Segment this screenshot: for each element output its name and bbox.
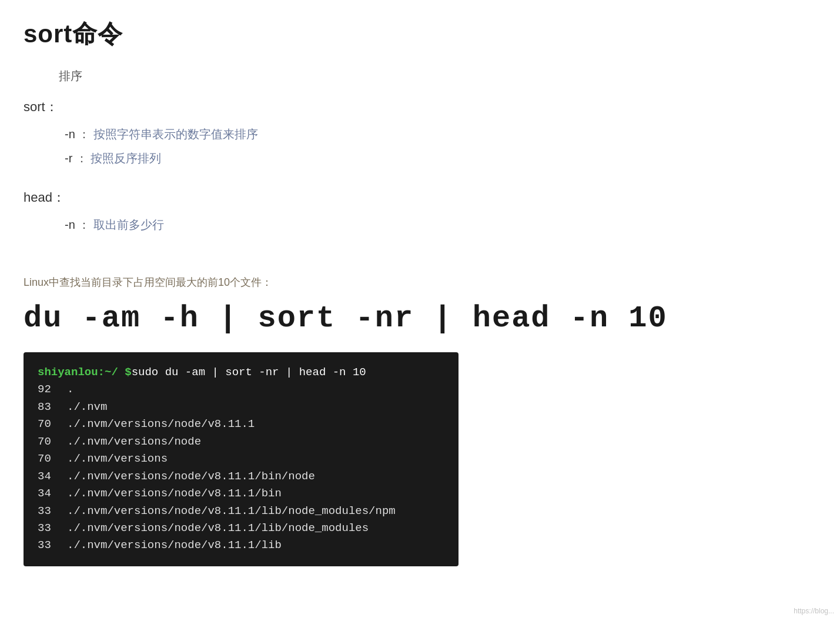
sort-option-n-key: -n: [65, 128, 75, 141]
table-row: 33 ./.nvm/versions/node/v8.11.1/lib/node…: [38, 503, 444, 520]
table-row: 70 ./.nvm/versions: [38, 450, 444, 468]
row-num: 33: [38, 503, 67, 520]
sort-option-n-sep: ：: [78, 128, 90, 141]
sort-option-r-key: -r: [65, 152, 72, 165]
terminal-command: sudo du -am | sort -nr | head -n 10: [132, 364, 366, 381]
table-row: 83 ./.nvm: [38, 399, 444, 416]
head-option-n-key: -n: [65, 218, 75, 231]
watermark: https://blog...: [794, 607, 834, 615]
row-path: .: [67, 381, 73, 398]
row-num: 83: [38, 399, 67, 416]
row-path: ./.nvm/versions/node/v8.11.1/lib: [67, 537, 282, 554]
terminal-prompt: shiyanlou:~/ $: [38, 364, 132, 381]
head-option-n-sep: ：: [78, 218, 90, 231]
row-path: ./.nvm/versions/node/v8.11.1/lib/node_mo…: [67, 520, 369, 537]
sort-option-r-sep: ：: [76, 152, 88, 165]
row-path: ./.nvm: [67, 399, 107, 416]
row-num: 34: [38, 468, 67, 485]
row-path: ./.nvm/versions/node: [67, 433, 201, 450]
table-row: 33 ./.nvm/versions/node/v8.11.1/lib: [38, 537, 444, 554]
sort-option-r: -r ： 按照反序排列: [65, 151, 805, 166]
row-path: ./.nvm/versions: [67, 450, 168, 468]
sort-option-r-text: 按照反序排列: [91, 152, 161, 165]
sort-option-n: -n ： 按照字符串表示的数字值来排序: [65, 126, 805, 142]
row-path: ./.nvm/versions/node/v8.11.1/lib/node_mo…: [67, 503, 396, 520]
head-options: -n ： 取出前多少行: [65, 217, 805, 233]
command-description: Linux中查找当前目录下占用空间最大的前10个文件：: [24, 275, 805, 289]
terminal-prompt-line: shiyanlou:~/ $ sudo du -am | sort -nr | …: [38, 364, 444, 381]
row-num: 34: [38, 485, 67, 502]
sort-section-desc: 排序: [59, 68, 805, 84]
table-row: 34 ./.nvm/versions/node/v8.11.1/bin: [38, 485, 444, 502]
terminal-block: shiyanlou:~/ $ sudo du -am | sort -nr | …: [24, 352, 459, 566]
table-row: 34 ./.nvm/versions/node/v8.11.1/bin/node: [38, 468, 444, 485]
row-num: 70: [38, 433, 67, 450]
head-option-n-text: 取出前多少行: [93, 218, 164, 231]
table-row: 92 .: [38, 381, 444, 398]
row-num: 70: [38, 450, 67, 468]
row-num: 33: [38, 537, 67, 554]
table-row: 70 ./.nvm/versions/node/v8.11.1: [38, 416, 444, 433]
sort-option-n-text: 按照字符串表示的数字值来排序: [93, 128, 258, 141]
page-title: sort命令: [24, 18, 805, 51]
sort-options: -n ： 按照字符串表示的数字值来排序 -r ： 按照反序排列: [65, 126, 805, 166]
row-num: 92: [38, 381, 67, 398]
row-num: 70: [38, 416, 67, 433]
sort-section-label: sort：: [24, 98, 805, 116]
table-row: 70 ./.nvm/versions/node: [38, 433, 444, 450]
row-num: 33: [38, 520, 67, 537]
row-path: ./.nvm/versions/node/v8.11.1/bin: [67, 485, 282, 502]
table-row: 33 ./.nvm/versions/node/v8.11.1/lib/node…: [38, 520, 444, 537]
row-path: ./.nvm/versions/node/v8.11.1: [67, 416, 255, 433]
row-path: ./.nvm/versions/node/v8.11.1/bin/node: [67, 468, 315, 485]
head-option-n: -n ： 取出前多少行: [65, 217, 805, 233]
big-command-display: du -am -h | sort -nr | head -n 10: [24, 301, 805, 336]
head-section-label: head：: [24, 189, 805, 206]
